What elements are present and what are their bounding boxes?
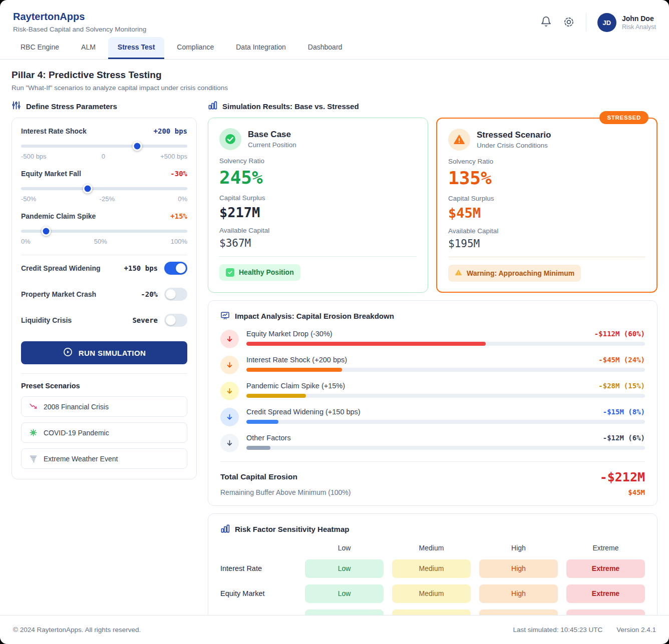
toggles-section: Credit Spread Widening+150 bpsProperty M… [21,255,187,333]
impact-bar-fill [246,394,306,398]
impact-row-credit-spread-widening-150-bps: Credit Spread Widening (+150 bps)-$15M (… [220,408,645,426]
presentation-chart-icon [220,311,230,322]
notifications-button[interactable] [540,16,552,29]
preset-label: Extreme Weather Event [44,455,118,463]
preset-extreme-weather-event[interactable]: Extreme Weather Event [21,448,187,469]
heatmap-cell-interest-rate-low: Low [305,559,384,578]
run-simulation-button[interactable]: RUN SIMULATION [21,341,187,364]
stressed-title: Stressed Scenario [477,130,551,140]
app-title: RaytertonApps [13,11,146,23]
slider-scale-label: -25% [100,195,115,203]
toggle-switch-credit-spread-widening[interactable] [164,262,187,275]
user-role: Risk Analyst [622,24,656,31]
preset-label: 2008 Financial Crisis [44,403,109,411]
impact-analysis-card: Impact Analysis: Capital Erosion Breakdo… [208,300,657,506]
page-title: Pillar 4: Predictive Stress Testing [12,70,657,81]
slider-track[interactable] [21,230,187,233]
impact-bar-track [246,446,645,450]
toggle-row-liquidity-crisis: Liquidity CrisisSevere [21,307,187,333]
heatmap-cell-credit-spread-extreme: Extreme [566,609,645,615]
settings-button[interactable] [563,16,575,30]
impact-row-header: Credit Spread Widening (+150 bps)-$15M (… [246,408,645,416]
slider-thumb[interactable] [41,227,51,236]
impact-row-body: Other Factors-$12M (6%) [246,434,645,450]
check-box-icon [226,268,234,277]
slider-thumb[interactable] [133,142,142,151]
heatmap-header: Risk Factor Sensitivity Heatmap [220,524,645,535]
tab-alm[interactable]: ALM [72,37,105,59]
slider-header-row: Interest Rate Shock+200 bps [21,127,187,135]
impact-row-body: Pandemic Claim Spike (+15%)-$28M (15%) [246,382,645,398]
metric-label: Solvency Ratio [219,157,417,165]
heatmap-cell-equity-market-medium: Medium [392,584,471,603]
tab-data-integration[interactable]: Data Integration [226,37,295,59]
copyright-text: © 2024 RaytertonApps. All rights reserve… [13,626,141,633]
slider-header-row: Equity Market Fall-30% [21,170,187,178]
stressed-subtitle: Under Crisis Conditions [477,142,551,149]
heatmap-row-label: Equity Market [220,589,296,597]
slider-track[interactable] [21,145,187,148]
slider-scale-label: 0% [178,195,187,203]
tab-stress-test[interactable]: Stress Test [108,37,164,59]
impact-label: Other Factors [246,434,291,442]
warning-triangle-icon [448,129,470,151]
tab-bar: RBC EngineALMStress TestComplianceData I… [0,36,669,60]
section-divider [21,373,187,374]
user-menu[interactable]: JD John Doe Risk Analyst [597,13,656,32]
base-available-value: $367M [219,237,417,249]
base-case-card: Base Case Current Position Solvency Rati… [208,118,428,293]
heatmap-cell-interest-rate-medium: Medium [392,559,471,578]
user-info: John Doe Risk Analyst [622,15,656,31]
sliders-section: Interest Rate Shock+200 bps-500 bps0+500… [21,127,187,245]
parameters-column: Define Stress Parameters Interest Rate S… [12,101,197,479]
toggle-knob [176,263,186,273]
impact-value: -$28M (15%) [598,382,645,390]
toggle-knob [166,315,176,325]
slider-group-equity-market-fall: Equity Market Fall-30%-50%-25%0% [21,170,187,203]
metric-label: Solvency Ratio [448,158,645,165]
heatmap-cell-equity-market-high: High [479,584,558,603]
impact-bar-track [246,342,645,346]
impact-label: Interest Rate Shock (+200 bps) [246,356,347,364]
stressed-surplus-value: $45M [448,205,645,221]
preset-covid-19-pandemic[interactable]: COVID-19 Pandemic [21,422,187,443]
slider-label: Pandemic Claim Spike [21,212,96,220]
heatmap-card: Risk Factor Sensitivity Heatmap LowMediu… [208,513,657,615]
user-name: John Doe [622,15,656,23]
impact-value: -$45M (24%) [598,356,645,364]
preset-2008-financial-crisis[interactable]: 2008 Financial Crisis [21,396,187,417]
slider-scale-label: 50% [94,238,107,245]
presets-list: 2008 Financial CrisisCOVID-19 PandemicEx… [21,396,187,469]
sliders-icon [12,101,21,112]
slider-thumb[interactable] [83,184,92,194]
tornado-icon [28,454,38,463]
toggle-knob [166,289,176,299]
heatmap-cell-equity-market-low: Low [305,584,384,603]
total-erosion-label: Total Capital Erosion [220,472,297,481]
slider-label: Interest Rate Shock [21,127,87,135]
heatmap-grid: LowMediumHighExtremeInterest RateLowMedi… [220,544,645,615]
impact-row-header: Pandemic Claim Spike (+15%)-$28M (15%) [246,382,645,390]
tab-rbc-engine[interactable]: RBC Engine [11,37,69,59]
impact-row-header: Interest Rate Shock (+200 bps)-$45M (24%… [246,356,645,364]
top-right-controls: JD John Doe Risk Analyst [540,13,656,32]
buffer-value: $45M [628,488,645,496]
app-window: RaytertonApps Risk-Based Capital and Sol… [0,0,669,644]
slider-group-pandemic-claim-spike: Pandemic Claim Spike+15%0%50%100% [21,212,187,245]
tab-dashboard[interactable]: Dashboard [298,37,352,59]
tab-compliance[interactable]: Compliance [167,37,223,59]
toggle-switch-property-market-crash[interactable] [164,288,187,301]
metric-label: Available Capital [448,227,645,235]
results-header: Simulation Results: Base vs. Stressed [208,101,657,112]
version-text: Version 2.4.1 [616,626,656,633]
slider-track[interactable] [21,187,187,190]
toggle-value: Severe [132,316,158,324]
toggle-value: -20% [141,290,158,298]
impact-value: -$15M (8%) [603,408,645,416]
slider-value: +200 bps [154,127,187,135]
card-divider [448,257,645,257]
play-icon [63,347,73,359]
warning-small-icon [455,269,462,278]
toggle-switch-liquidity-crisis[interactable] [164,314,187,327]
healthy-status-badge: Healthy Position [219,264,300,281]
